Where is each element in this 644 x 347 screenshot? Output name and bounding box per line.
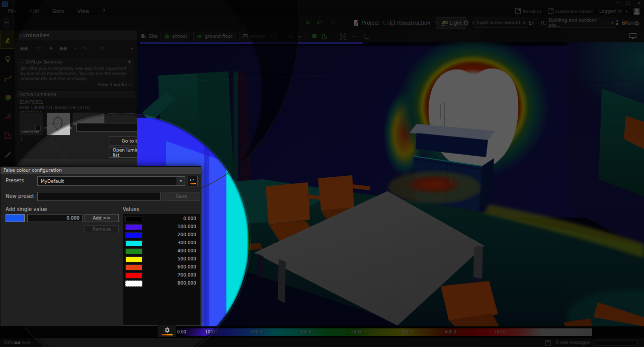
value-row[interactable]: 300.000 <box>123 239 200 247</box>
messages-label[interactable]: 0 new messages <box>556 340 590 345</box>
breadcrumb-room[interactable]: atrium ▾ <box>239 32 276 41</box>
menu-goto[interactable]: Goto <box>52 9 64 14</box>
menu-edit[interactable]: Edit <box>30 9 39 14</box>
move-icon[interactable]: ✚ <box>49 46 53 51</box>
false-colour-icon[interactable] <box>621 20 629 26</box>
new-preset-input[interactable] <box>37 192 160 201</box>
draw-line-icon[interactable]: ✎ <box>83 46 87 51</box>
panel-toolbar: ●● ○○ ✚ ●● • ✎ ⁄ ↻ ▾ <box>15 42 137 54</box>
value-row[interactable]: 100.000 <box>123 223 200 231</box>
sidebar-item-colours[interactable] <box>1 89 15 106</box>
logged-in-dropdown[interactable]: Logged in ▾ <box>599 9 627 14</box>
sidebar-item-light-scenes[interactable] <box>1 70 15 87</box>
save-preset-button[interactable]: Save <box>163 192 200 201</box>
measure-line-icon[interactable]: ╍╍ <box>352 34 358 39</box>
annotation-icon[interactable]: !▁ <box>363 34 369 39</box>
room-icon <box>243 33 249 39</box>
cancel-calculation-icon[interactable]: ✕ <box>444 19 449 26</box>
minimize-button[interactable]: ─ <box>616 1 619 6</box>
values-list: 0.000 100.000 200.000 300.000 400.000 50… <box>123 213 200 326</box>
dwg-plan-option[interactable]: in DWG plan <box>35 125 71 130</box>
chevron-down-icon: ▾ <box>270 34 272 39</box>
rotate-icon[interactable]: ↻ <box>101 46 105 51</box>
sidebar-item-tools[interactable] <box>1 146 15 163</box>
value-row[interactable]: 200.000 <box>123 231 200 239</box>
undo-icon[interactable]: ↶ <box>316 19 323 27</box>
scale-tick-label: 100.0 <box>205 330 217 334</box>
remove-value-button[interactable]: Remove <box>85 225 119 233</box>
scene-3d-view[interactable] <box>137 42 644 326</box>
new-value-colour-swatch[interactable] <box>6 214 25 222</box>
floorplan-view-button[interactable]: › <box>321 33 332 39</box>
circle-arrange-icon[interactable]: ○○ <box>35 46 43 51</box>
value-number: 600.000 <box>178 264 196 269</box>
active-luminaire-header: Active luminaire <box>17 91 135 98</box>
value-row[interactable]: 400.000 <box>123 247 200 255</box>
chevron-down-icon[interactable]: ▾ <box>456 21 458 25</box>
tab-project[interactable]: Project <box>349 17 384 29</box>
zoom-fit-icon <box>340 33 346 40</box>
menu-help[interactable]: ? <box>103 9 105 14</box>
chevron-down-icon[interactable]: ▾ <box>131 46 133 51</box>
how-it-works-link[interactable]: How it works › <box>98 82 130 87</box>
presets-dropdown[interactable]: MyDefault ▾ <box>37 176 185 186</box>
cube-view-icon[interactable] <box>311 33 317 39</box>
display-options-button[interactable] <box>158 325 176 337</box>
display-mode-button[interactable] <box>629 33 637 40</box>
sidebar-item-floorplan[interactable] <box>1 127 15 144</box>
scene-options-button[interactable] <box>533 19 541 27</box>
profile-dropdown[interactable]: Building and outdoor pla...▾ <box>546 18 616 28</box>
dwg-checkbox[interactable] <box>35 125 41 130</box>
progress-bar <box>595 340 638 345</box>
luminaire-brand: ZUMTOBEL <box>20 100 90 105</box>
breadcrumb-storey[interactable]: ground floor <box>193 32 236 41</box>
maximize-button[interactable]: □ <box>626 1 630 6</box>
luminaire-name: FEW 1/80W T16 M600 LDE [STD] <box>20 105 90 111</box>
single-point-icon[interactable]: • <box>74 46 76 51</box>
list-options-icon[interactable]: ⋮ <box>416 20 421 26</box>
close-button[interactable]: ✕ <box>637 1 641 6</box>
ceiling-edge-highlight <box>140 42 363 44</box>
menu-file[interactable]: File <box>8 9 17 14</box>
sidebar-item-luminaires[interactable] <box>1 31 15 48</box>
row-arrange-icon[interactable]: ●● <box>59 46 67 51</box>
sidebar-item-lamps[interactable] <box>1 50 15 67</box>
pair-tool-icon[interactable]: ●● <box>20 46 28 51</box>
presets-label: Presets <box>6 178 24 183</box>
add-value-button[interactable]: Add >> <box>85 214 119 222</box>
value-row[interactable]: 700.000 <box>123 271 200 280</box>
menu-view[interactable]: View <box>77 9 90 14</box>
gear-icon[interactable] <box>462 19 469 26</box>
luminaire-thumbnail-photometric[interactable] <box>46 112 70 135</box>
luminaire-thumbnail-photo[interactable]: zumtobel <box>19 112 43 135</box>
redo-icon[interactable]: ↷ <box>330 19 336 27</box>
undo-arrow-icon: ↩ <box>190 177 194 183</box>
edit-icon[interactable]: ✎ <box>435 20 439 26</box>
value-colour-swatch <box>125 248 142 254</box>
chevron-down-icon[interactable]: ▾ <box>428 21 430 25</box>
dialog-title[interactable]: False colour configuration <box>1 167 201 174</box>
zoom-fit-button[interactable] <box>340 33 346 40</box>
line-icon[interactable]: ⁄ <box>94 46 95 51</box>
sidebar-item-furniture[interactable] <box>1 108 15 125</box>
value-number: 500.000 <box>178 256 196 261</box>
value-row[interactable]: 800.000 <box>123 280 200 288</box>
services-link[interactable]: Services <box>515 8 542 14</box>
value-row[interactable]: 500.000 <box>123 255 200 263</box>
dwg-label: in DWG plan <box>43 125 71 130</box>
bell-icon[interactable] <box>634 20 640 26</box>
luminaire-finder-link[interactable]: Luminaire Finder <box>548 8 593 14</box>
save-icon[interactable] <box>306 19 309 26</box>
breadcrumb-building[interactable]: school <box>160 32 190 41</box>
new-value-input[interactable]: 0.000 <box>27 214 83 222</box>
services-section-header[interactable]: − DIALux Services <box>18 58 134 66</box>
view-direction-button[interactable]: ▾ <box>288 33 301 39</box>
back-button[interactable]: ← <box>4 18 9 28</box>
site-mode-button[interactable]: Site <box>141 33 157 39</box>
services-description: We offer you a completely new way to be … <box>18 66 134 82</box>
value-row[interactable]: 0.000 <box>123 215 200 223</box>
light-scene-dropdown[interactable]: Light scene overall▾ <box>474 18 528 28</box>
value-row[interactable]: 600.000 <box>123 263 200 271</box>
avatar[interactable] <box>633 8 640 15</box>
reset-preset-button[interactable]: ↩ <box>188 176 198 186</box>
